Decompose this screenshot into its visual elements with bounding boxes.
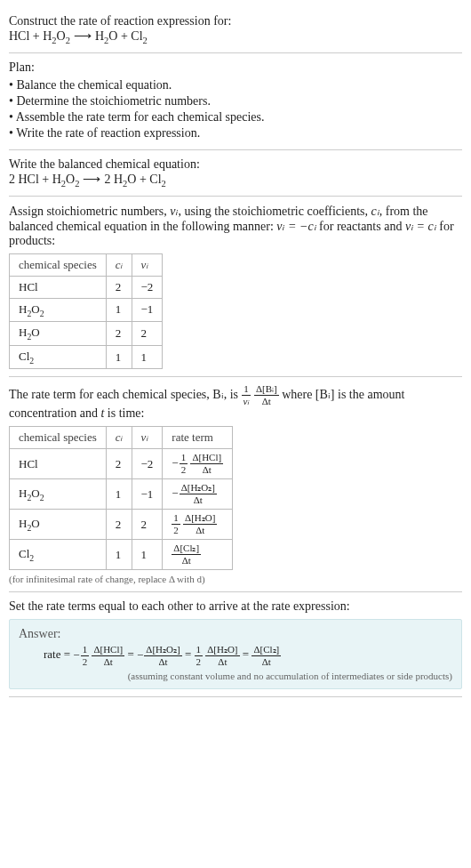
cell-nu: 1 [132,345,163,369]
sign: − [137,648,143,662]
rateterm-intro: The rate term for each chemical species,… [9,384,462,421]
d-frac: Δ[HCl]Δt [92,645,124,667]
text: , using the stoichiometric coefficients, [178,205,371,218]
sign: − [73,648,79,662]
sign: − [172,486,178,500]
plan-item: Assemble the rate term for each chemical… [9,110,462,125]
answer-label: Answer: [19,627,452,641]
c-i: cᵢ [371,205,379,218]
table-row: Cl2 1 1 Δ[Cl₂]Δt [10,540,233,570]
table-header-row: chemical species cᵢ νᵢ rate term [10,427,233,449]
answer-equation: rate = −12 Δ[HCl]Δt = −Δ[H₂O₂]Δt = 12 Δ[… [19,645,452,667]
coef-frac: 12 [195,645,204,667]
cell-species: HCl [10,276,107,298]
text: where [282,388,315,401]
text: for reactants and [316,220,405,233]
cell-rate: 12 Δ[H₂O]Δt [163,510,233,540]
table-row: HCl 2 −2 [10,276,163,298]
coef-frac: 12 [172,513,180,535]
balanced-section: Write the balanced chemical equation: 2 … [9,150,462,197]
equals: = [127,648,137,662]
answer-note: (assuming constant volume and no accumul… [19,671,452,681]
plan-heading: Plan: [9,60,462,75]
d-frac: Δ[HCl]Δt [190,453,223,475]
text: , is [224,388,242,401]
rate-word: rate [44,648,60,662]
table-row: H2O 2 2 12 Δ[H₂O]Δt [10,510,233,540]
infinitesimal-note: (for infinitesimal rate of change, repla… [9,574,462,584]
cell-c: 1 [106,345,132,369]
sign: − [172,456,178,470]
balanced-equation: 2 HCl + H2O2⟶2 H2O + Cl2 [9,172,462,189]
stoich-table: chemical species cᵢ νᵢ HCl 2 −2 H2O2 1 −… [9,253,163,370]
cell-nu: −2 [132,276,163,298]
d-frac: Δ[H₂O]Δt [205,645,239,667]
table-row: H2O2 1 −1 [10,298,163,322]
cell-c: 2 [106,276,132,298]
cell-c: 2 [106,322,132,346]
text: Assign stoichiometric numbers, [9,205,170,218]
cell-c: 2 [106,510,132,540]
cell-c: 2 [106,449,132,479]
cell-nu: −1 [132,479,163,510]
table-row: H2O2 1 −1 −Δ[H₂O₂]Δt [10,479,233,510]
cell-species: H2O2 [10,298,107,322]
d-frac: Δ[H₂O₂]Δt [144,645,181,667]
final-section: Set the rate terms equal to each other t… [9,592,462,697]
frac-1-over-nu: 1νᵢ [242,384,251,406]
plan-item: Write the rate of reaction expression. [9,126,462,141]
cell-species: Cl2 [10,540,107,570]
intro-section: Construct the rate of reaction expressio… [9,7,462,53]
col-c: cᵢ [106,253,132,276]
col-nu: νᵢ [132,253,163,276]
cell-nu: 2 [132,510,163,540]
cell-species: H2O [10,510,107,540]
stoich-section: Assign stoichiometric numbers, νᵢ, using… [9,197,462,378]
text: is time: [104,406,144,420]
plan-item: Balance the chemical equation. [9,78,462,92]
table-row: Cl2 1 1 [10,345,163,369]
cell-species: HCl [10,449,107,479]
final-heading: Set the rate terms equal to each other t… [9,599,462,614]
answer-box: Answer: rate = −12 Δ[HCl]Δt = −Δ[H₂O₂]Δt… [9,619,462,689]
stoich-intro: Assign stoichiometric numbers, νᵢ, using… [9,204,462,248]
d-frac: Δ[H₂O₂]Δt [180,483,217,505]
cell-rate: Δ[Cl₂]Δt [163,540,233,570]
cell-species: H2O2 [10,479,107,510]
cell-nu: 1 [132,540,163,570]
plan-item: Determine the stoichiometric numbers. [9,94,462,108]
cell-rate: −Δ[H₂O₂]Δt [163,479,233,510]
text: The rate term for each chemical species, [9,388,212,401]
d-frac: Δ[H₂O]Δt [183,513,217,535]
balanced-heading: Write the balanced chemical equation: [9,157,462,172]
plan-list: Balance the chemical equation. Determine… [9,78,462,141]
cell-nu: −1 [132,298,163,322]
cell-species: Cl2 [10,345,107,369]
table-row: HCl 2 −2 −12 Δ[HCl]Δt [10,449,233,479]
cell-c: 1 [106,479,132,510]
B-i: Bᵢ [212,388,223,401]
cell-c: 1 [106,540,132,570]
frac-dB-dt: Δ[Bᵢ]Δt [254,384,279,406]
col-rate: rate term [163,427,233,449]
col-nu: νᵢ [132,427,163,449]
conc-Bi: [Bᵢ] [315,388,335,401]
plan-section: Plan: Balance the chemical equation. Det… [9,53,462,150]
cell-c: 1 [106,298,132,322]
intro-title: Construct the rate of reaction expressio… [9,14,462,28]
d-frac: Δ[Cl₂]Δt [172,543,201,566]
col-species: chemical species [10,253,107,276]
coef-frac: 12 [81,645,90,667]
rateterm-section: The rate term for each chemical species,… [9,377,462,592]
col-species: chemical species [10,427,107,449]
rateterm-table: chemical species cᵢ νᵢ rate term HCl 2 −… [9,426,233,570]
table-header-row: chemical species cᵢ νᵢ [10,253,163,276]
col-c: cᵢ [106,427,132,449]
equals: = [64,648,74,662]
equals: = [185,648,195,662]
cell-nu: −2 [132,449,163,479]
coef-frac: 12 [180,453,188,475]
relation-products: νᵢ = cᵢ [405,220,436,233]
cell-species: H2O [10,322,107,346]
relation-reactants: νᵢ = −cᵢ [276,220,315,233]
